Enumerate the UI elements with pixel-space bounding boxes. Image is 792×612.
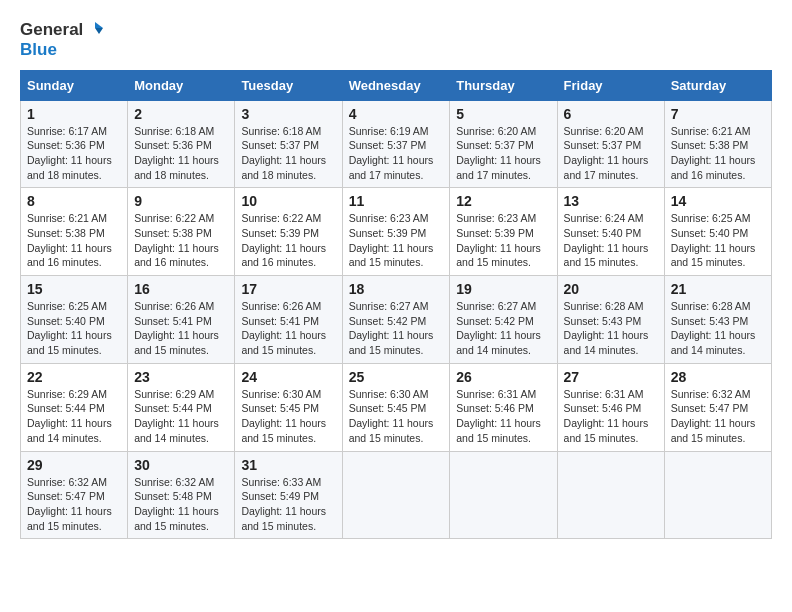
day-info: Sunrise: 6:33 AMSunset: 5:49 PMDaylight:… (241, 475, 335, 534)
day-number: 2 (134, 106, 228, 122)
calendar-cell: 21Sunrise: 6:28 AMSunset: 5:43 PMDayligh… (664, 276, 771, 364)
calendar-cell: 9Sunrise: 6:22 AMSunset: 5:38 PMDaylight… (128, 188, 235, 276)
day-info: Sunrise: 6:21 AMSunset: 5:38 PMDaylight:… (27, 211, 121, 270)
day-number: 18 (349, 281, 444, 297)
day-info: Sunrise: 6:21 AMSunset: 5:38 PMDaylight:… (671, 124, 765, 183)
day-number: 19 (456, 281, 550, 297)
calendar-cell: 16Sunrise: 6:26 AMSunset: 5:41 PMDayligh… (128, 276, 235, 364)
calendar-week-row: 1Sunrise: 6:17 AMSunset: 5:36 PMDaylight… (21, 100, 772, 188)
day-number: 21 (671, 281, 765, 297)
calendar-cell: 13Sunrise: 6:24 AMSunset: 5:40 PMDayligh… (557, 188, 664, 276)
calendar-body: 1Sunrise: 6:17 AMSunset: 5:36 PMDaylight… (21, 100, 772, 539)
svg-marker-0 (95, 22, 103, 28)
day-number: 27 (564, 369, 658, 385)
day-info: Sunrise: 6:22 AMSunset: 5:39 PMDaylight:… (241, 211, 335, 270)
calendar-cell: 7Sunrise: 6:21 AMSunset: 5:38 PMDaylight… (664, 100, 771, 188)
calendar-cell: 11Sunrise: 6:23 AMSunset: 5:39 PMDayligh… (342, 188, 450, 276)
day-info: Sunrise: 6:20 AMSunset: 5:37 PMDaylight:… (456, 124, 550, 183)
day-number: 14 (671, 193, 765, 209)
calendar-cell: 18Sunrise: 6:27 AMSunset: 5:42 PMDayligh… (342, 276, 450, 364)
calendar-cell: 6Sunrise: 6:20 AMSunset: 5:37 PMDaylight… (557, 100, 664, 188)
column-header-monday: Monday (128, 70, 235, 100)
logo-container: General Blue (20, 20, 105, 60)
day-number: 25 (349, 369, 444, 385)
day-info: Sunrise: 6:25 AMSunset: 5:40 PMDaylight:… (671, 211, 765, 270)
calendar-cell: 20Sunrise: 6:28 AMSunset: 5:43 PMDayligh… (557, 276, 664, 364)
day-info: Sunrise: 6:32 AMSunset: 5:47 PMDaylight:… (671, 387, 765, 446)
logo-flag-icon (85, 20, 105, 40)
day-info: Sunrise: 6:23 AMSunset: 5:39 PMDaylight:… (456, 211, 550, 270)
day-info: Sunrise: 6:31 AMSunset: 5:46 PMDaylight:… (456, 387, 550, 446)
calendar-cell (342, 451, 450, 539)
day-info: Sunrise: 6:29 AMSunset: 5:44 PMDaylight:… (134, 387, 228, 446)
calendar-cell: 4Sunrise: 6:19 AMSunset: 5:37 PMDaylight… (342, 100, 450, 188)
day-number: 4 (349, 106, 444, 122)
calendar-cell: 2Sunrise: 6:18 AMSunset: 5:36 PMDaylight… (128, 100, 235, 188)
day-info: Sunrise: 6:26 AMSunset: 5:41 PMDaylight:… (134, 299, 228, 358)
calendar-table: SundayMondayTuesdayWednesdayThursdayFrid… (20, 70, 772, 540)
day-number: 8 (27, 193, 121, 209)
day-info: Sunrise: 6:27 AMSunset: 5:42 PMDaylight:… (349, 299, 444, 358)
day-number: 1 (27, 106, 121, 122)
day-info: Sunrise: 6:27 AMSunset: 5:42 PMDaylight:… (456, 299, 550, 358)
day-info: Sunrise: 6:22 AMSunset: 5:38 PMDaylight:… (134, 211, 228, 270)
calendar-cell: 29Sunrise: 6:32 AMSunset: 5:47 PMDayligh… (21, 451, 128, 539)
calendar-cell: 14Sunrise: 6:25 AMSunset: 5:40 PMDayligh… (664, 188, 771, 276)
day-number: 17 (241, 281, 335, 297)
day-number: 24 (241, 369, 335, 385)
day-number: 16 (134, 281, 228, 297)
calendar-week-row: 22Sunrise: 6:29 AMSunset: 5:44 PMDayligh… (21, 363, 772, 451)
calendar-cell: 12Sunrise: 6:23 AMSunset: 5:39 PMDayligh… (450, 188, 557, 276)
day-number: 6 (564, 106, 658, 122)
day-number: 20 (564, 281, 658, 297)
day-number: 26 (456, 369, 550, 385)
calendar-cell: 1Sunrise: 6:17 AMSunset: 5:36 PMDaylight… (21, 100, 128, 188)
day-info: Sunrise: 6:24 AMSunset: 5:40 PMDaylight:… (564, 211, 658, 270)
page-header: General Blue (20, 20, 772, 60)
column-header-tuesday: Tuesday (235, 70, 342, 100)
calendar-cell: 31Sunrise: 6:33 AMSunset: 5:49 PMDayligh… (235, 451, 342, 539)
calendar-cell: 30Sunrise: 6:32 AMSunset: 5:48 PMDayligh… (128, 451, 235, 539)
calendar-week-row: 8Sunrise: 6:21 AMSunset: 5:38 PMDaylight… (21, 188, 772, 276)
day-info: Sunrise: 6:32 AMSunset: 5:48 PMDaylight:… (134, 475, 228, 534)
column-header-wednesday: Wednesday (342, 70, 450, 100)
day-number: 13 (564, 193, 658, 209)
day-info: Sunrise: 6:26 AMSunset: 5:41 PMDaylight:… (241, 299, 335, 358)
day-number: 29 (27, 457, 121, 473)
calendar-cell: 8Sunrise: 6:21 AMSunset: 5:38 PMDaylight… (21, 188, 128, 276)
day-info: Sunrise: 6:18 AMSunset: 5:37 PMDaylight:… (241, 124, 335, 183)
logo-blue: Blue (20, 40, 57, 60)
day-info: Sunrise: 6:28 AMSunset: 5:43 PMDaylight:… (564, 299, 658, 358)
calendar-cell: 25Sunrise: 6:30 AMSunset: 5:45 PMDayligh… (342, 363, 450, 451)
day-info: Sunrise: 6:25 AMSunset: 5:40 PMDaylight:… (27, 299, 121, 358)
calendar-header-row: SundayMondayTuesdayWednesdayThursdayFrid… (21, 70, 772, 100)
logo: General Blue (20, 20, 105, 60)
calendar-cell: 15Sunrise: 6:25 AMSunset: 5:40 PMDayligh… (21, 276, 128, 364)
calendar-cell (664, 451, 771, 539)
day-info: Sunrise: 6:20 AMSunset: 5:37 PMDaylight:… (564, 124, 658, 183)
logo-general: General (20, 20, 83, 40)
day-number: 22 (27, 369, 121, 385)
calendar-cell (450, 451, 557, 539)
day-info: Sunrise: 6:29 AMSunset: 5:44 PMDaylight:… (27, 387, 121, 446)
column-header-saturday: Saturday (664, 70, 771, 100)
day-number: 23 (134, 369, 228, 385)
calendar-cell: 26Sunrise: 6:31 AMSunset: 5:46 PMDayligh… (450, 363, 557, 451)
calendar-cell: 27Sunrise: 6:31 AMSunset: 5:46 PMDayligh… (557, 363, 664, 451)
calendar-week-row: 15Sunrise: 6:25 AMSunset: 5:40 PMDayligh… (21, 276, 772, 364)
day-number: 15 (27, 281, 121, 297)
calendar-week-row: 29Sunrise: 6:32 AMSunset: 5:47 PMDayligh… (21, 451, 772, 539)
day-info: Sunrise: 6:30 AMSunset: 5:45 PMDaylight:… (241, 387, 335, 446)
calendar-cell: 28Sunrise: 6:32 AMSunset: 5:47 PMDayligh… (664, 363, 771, 451)
column-header-friday: Friday (557, 70, 664, 100)
calendar-cell: 3Sunrise: 6:18 AMSunset: 5:37 PMDaylight… (235, 100, 342, 188)
day-info: Sunrise: 6:28 AMSunset: 5:43 PMDaylight:… (671, 299, 765, 358)
day-number: 5 (456, 106, 550, 122)
day-info: Sunrise: 6:30 AMSunset: 5:45 PMDaylight:… (349, 387, 444, 446)
day-number: 30 (134, 457, 228, 473)
column-header-sunday: Sunday (21, 70, 128, 100)
day-number: 10 (241, 193, 335, 209)
day-info: Sunrise: 6:18 AMSunset: 5:36 PMDaylight:… (134, 124, 228, 183)
day-number: 31 (241, 457, 335, 473)
calendar-cell: 19Sunrise: 6:27 AMSunset: 5:42 PMDayligh… (450, 276, 557, 364)
